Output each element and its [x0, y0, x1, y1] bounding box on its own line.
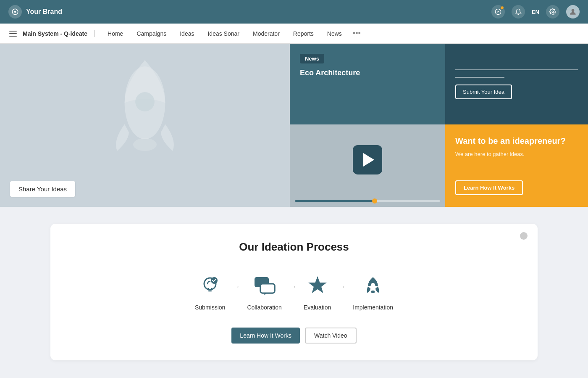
- svg-point-2: [552, 11, 554, 13]
- arrow-1: →: [232, 282, 240, 301]
- svg-point-5: [135, 92, 155, 111]
- cta-panel: Submit Your Idea: [445, 44, 588, 124]
- learn-how-button[interactable]: Learn How It Works: [455, 180, 523, 195]
- video-progress-fill: [295, 200, 375, 202]
- share-ideas-button[interactable]: Share Your Ideas: [10, 181, 75, 197]
- nav-ideas-sonar[interactable]: Ideas Sonar: [202, 28, 245, 40]
- step-implementation-label: Implementation: [353, 304, 393, 311]
- avatar[interactable]: [566, 5, 580, 19]
- nav-more[interactable]: •••: [349, 27, 364, 40]
- arrow-2: →: [289, 282, 297, 301]
- news-badge: News: [300, 54, 324, 63]
- ideation-actions: Learn How It Works Watch Video: [76, 328, 512, 344]
- step-submission-label: Submission: [195, 304, 225, 311]
- nav-campaigns[interactable]: Campaigns: [131, 28, 172, 40]
- implementation-icon: [360, 272, 386, 299]
- nav-news[interactable]: News: [321, 28, 348, 40]
- step-collaboration: Collaboration: [247, 272, 282, 311]
- nav-ideas[interactable]: Ideas: [174, 28, 200, 40]
- video-progress-dot: [372, 198, 377, 204]
- corner-dot: [520, 232, 528, 240]
- hero-news-row: News Eco Architecture Submit Your Idea: [290, 44, 588, 124]
- ideation-title: Our Ideation Process: [76, 241, 512, 254]
- video-progress-bar[interactable]: [295, 200, 440, 202]
- step-evaluation-label: Evaluation: [304, 304, 331, 311]
- ideapreneur-panel: Want to be an ideapreneur? We are here t…: [445, 124, 588, 207]
- ideation-section: Our Ideation Process Submiss: [0, 207, 588, 377]
- step-implementation: Implementation: [353, 272, 393, 311]
- svg-point-3: [572, 9, 575, 12]
- play-button[interactable]: [353, 145, 382, 174]
- hero-bottom-row: Want to be an ideapreneur? We are here t…: [290, 124, 588, 207]
- step-collaboration-label: Collaboration: [247, 304, 282, 311]
- language-selector[interactable]: EN: [532, 9, 539, 15]
- process-steps: Submission → Collaboration →: [76, 272, 512, 311]
- topbar: Your Brand EN: [0, 0, 588, 24]
- svg-point-13: [371, 283, 375, 287]
- nav-reports[interactable]: Reports: [287, 28, 320, 40]
- nav-items: Home Campaigns Ideas Ideas Sonar Moderat…: [102, 27, 364, 40]
- svg-marker-12: [308, 276, 327, 293]
- nav-home[interactable]: Home: [102, 28, 129, 40]
- svg-rect-11: [260, 284, 275, 293]
- system-label: Main System - Q-ideate: [23, 30, 95, 37]
- video-panel: [290, 124, 445, 207]
- ideation-card: Our Ideation Process Submiss: [50, 224, 538, 360]
- submit-idea-button[interactable]: Submit Your Idea: [455, 85, 512, 99]
- svg-point-1: [14, 11, 16, 13]
- check-icon-btn[interactable]: [491, 5, 505, 19]
- navbar: Main System - Q-ideate Home Campaigns Id…: [0, 24, 588, 44]
- settings-icon-btn[interactable]: [546, 5, 559, 19]
- hero-right: News Eco Architecture Submit Your Idea: [290, 44, 588, 207]
- hamburger-menu[interactable]: [7, 28, 19, 39]
- cta-line-long: [455, 69, 578, 70]
- notification-badge: [500, 6, 504, 10]
- hero-section: Share Your Ideas News Eco Architecture S…: [0, 44, 588, 207]
- submission-icon: [197, 272, 223, 299]
- hero-banner: Share Your Ideas: [0, 44, 290, 207]
- cta-line-short: [455, 77, 504, 78]
- learn-how-it-works-button[interactable]: Learn How It Works: [231, 328, 300, 344]
- evaluation-icon: [304, 272, 331, 299]
- svg-point-6: [133, 138, 157, 151]
- brand-icon: [8, 5, 22, 19]
- rocket-illustration: [90, 55, 200, 172]
- news-content: News Eco Architecture: [290, 44, 445, 124]
- ideapreneur-subtitle: We are here to gather ideas.: [455, 151, 578, 157]
- ideapreneur-title: Want to be an ideapreneur?: [455, 136, 578, 146]
- brand: Your Brand: [8, 5, 62, 19]
- arrow-3: →: [338, 282, 346, 301]
- nav-moderator[interactable]: Moderator: [247, 28, 286, 40]
- collaboration-icon: [251, 272, 278, 299]
- watch-video-button[interactable]: Watch Video: [305, 328, 357, 344]
- topbar-actions: EN: [491, 5, 580, 19]
- news-title: Eco Architecture: [300, 69, 435, 77]
- step-submission: Submission: [195, 272, 225, 311]
- play-triangle-icon: [363, 153, 374, 167]
- bell-icon-btn[interactable]: [512, 5, 525, 19]
- svg-rect-14: [371, 291, 375, 293]
- brand-name: Your Brand: [26, 8, 62, 16]
- step-evaluation: Evaluation: [304, 272, 331, 311]
